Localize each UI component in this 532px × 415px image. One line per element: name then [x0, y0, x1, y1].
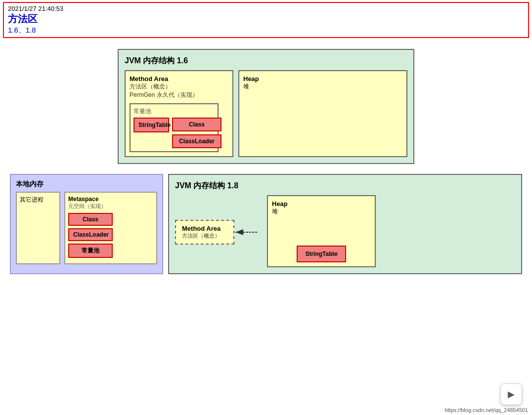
jvm18-title: JVM 内存结构 1.8 [175, 181, 515, 191]
method-area-label-18: Method Area [182, 225, 227, 232]
bottom-section: 本地内存 其它进程 Metaspace 元空间（实现） Class ClassL… [10, 174, 522, 274]
jvm16-diagram: JVM 内存结构 1.6 Method Area 方法区（概念） PermGen… [118, 49, 414, 164]
metaspace-box: Metaspace 元空间（实现） Class ClassLoader 常量池 [64, 192, 157, 264]
meta-constant-pool-box: 常量池 [68, 244, 113, 258]
heap-label-18: Heap [272, 200, 371, 208]
header-section: 2021/1/27 21:40:53 方法区 1.6、1.8 [3, 2, 529, 38]
meta-classloader-box: ClassLoader [68, 228, 113, 241]
play-button[interactable] [500, 383, 522, 405]
class-box-16: Class [172, 118, 222, 131]
arrow-icon [233, 227, 258, 237]
jvm18-diagram: JVM 内存结构 1.8 Method Area 方法区（概念） [168, 174, 522, 274]
string-table-18: StringTable [297, 246, 346, 262]
local-memory-title: 本地内存 [16, 180, 157, 189]
heap-18: Heap 堆 StringTable [267, 195, 376, 267]
method-area-sub-18: 方法区（概念） [182, 232, 227, 240]
heap-sub-16: 堆 [243, 83, 402, 91]
meta-class-box: Class [68, 213, 113, 226]
method-area-sub1: 方法区（概念） [130, 83, 228, 91]
metaspace-sub: 元空间（实现） [68, 203, 153, 210]
local-memory-box: 本地内存 其它进程 Metaspace 元空间（实现） Class ClassL… [10, 174, 163, 274]
metaspace-title: Metaspace [68, 196, 153, 203]
timestamp: 2021/1/27 21:40:53 [8, 5, 524, 12]
classloader-box-16: ClassLoader [172, 134, 222, 148]
constant-pool-label: 常量池 [133, 107, 215, 116]
other-process-label: 其它进程 [20, 196, 44, 203]
other-process-box: 其它进程 [16, 192, 60, 264]
method-area-sub2: PermGen 永久代（实现） [130, 91, 228, 99]
method-area-label: Method Area [130, 75, 228, 83]
method-area-18: Method Area 方法区（概念） [175, 220, 234, 245]
page-subtitle: 1.6、1.8 [8, 26, 524, 35]
string-table-16: StringTable [133, 118, 169, 132]
jvm16-title: JVM 内存结构 1.6 [125, 56, 407, 66]
heap-sub-18: 堆 [272, 208, 371, 216]
constant-pool-16: 常量池 StringTable Class ClassLoader [130, 103, 219, 152]
heap-16: Heap 堆 [238, 70, 407, 157]
page-title: 方法区 [8, 12, 524, 26]
footer-url: https://blog.csdn.net/qq_24854501 [444, 407, 528, 413]
heap-label-16: Heap [243, 75, 402, 83]
method-area-16: Method Area 方法区（概念） PermGen 永久代（实现） 常量池 … [125, 70, 233, 157]
